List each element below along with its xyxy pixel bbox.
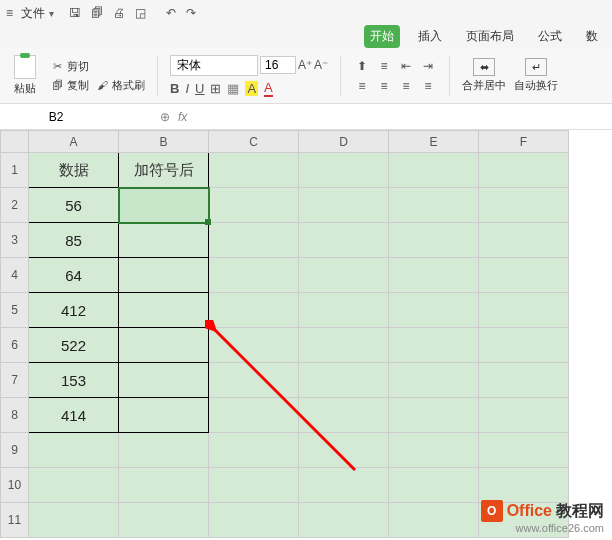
align-top-icon[interactable]: ⬆ [353, 58, 371, 74]
row-header-1[interactable]: 1 [1, 153, 29, 188]
cell-A3[interactable]: 85 [29, 223, 119, 258]
cell-E1[interactable] [389, 153, 479, 188]
cell-B5[interactable] [119, 293, 209, 328]
auto-wrap-button[interactable]: ↵ 自动换行 [514, 58, 558, 93]
row-header-11[interactable]: 11 [1, 503, 29, 538]
cell-B3[interactable] [119, 223, 209, 258]
row-header-5[interactable]: 5 [1, 293, 29, 328]
spreadsheet-area: A B C D E F 1 数据 加符号后 2 56 385 464 5412 … [0, 130, 612, 538]
cell-B1[interactable]: 加符号后 [119, 153, 209, 188]
row-header-2[interactable]: 2 [1, 188, 29, 223]
cell-B2[interactable] [119, 188, 209, 223]
underline-button[interactable]: U [195, 81, 204, 96]
font-color-button[interactable]: A [264, 80, 273, 97]
highlight-button[interactable]: A [245, 81, 258, 96]
ribbon: 粘贴 ✂剪切 🗐复制 🖌格式刷 宋体 16 A⁺ A⁻ B I U ⊞ ▦ A … [0, 48, 612, 104]
select-all-corner[interactable] [1, 131, 29, 153]
cell-B4[interactable] [119, 258, 209, 293]
ribbon-tabs: 开始 插入 页面布局 公式 数 [0, 26, 612, 48]
cell-C1[interactable] [209, 153, 299, 188]
title-bar: ≡ 文件 ▾ 🖫 🗐 🖨 ◲ ↶ ↷ [0, 0, 612, 26]
print-preview-icon[interactable]: ◲ [135, 6, 146, 20]
menu-icon[interactable]: ≡ [6, 6, 13, 20]
watermark-brand2: 教程网 [556, 501, 604, 522]
format-painter-button[interactable]: 🖌格式刷 [95, 78, 145, 93]
cell-F2[interactable] [479, 188, 569, 223]
office-logo-icon: O [481, 500, 503, 522]
cell-D2[interactable] [299, 188, 389, 223]
paste-button[interactable]: 粘贴 [8, 53, 42, 98]
row-header-3[interactable]: 3 [1, 223, 29, 258]
cut-button[interactable]: ✂剪切 [50, 59, 145, 74]
bold-button[interactable]: B [170, 81, 179, 96]
redo-icon[interactable]: ↷ [186, 6, 196, 20]
tab-formula[interactable]: 公式 [532, 25, 568, 48]
cell-D1[interactable] [299, 153, 389, 188]
watermark-url: www.office26.com [481, 522, 604, 534]
print-icon[interactable]: 🖨 [113, 6, 125, 20]
decrease-font-icon[interactable]: A⁻ [314, 58, 328, 72]
cell-B6[interactable] [119, 328, 209, 363]
cell-C2[interactable] [209, 188, 299, 223]
cell-B8[interactable] [119, 398, 209, 433]
col-header-D[interactable]: D [299, 131, 389, 153]
cell-A5[interactable]: 412 [29, 293, 119, 328]
row-header-6[interactable]: 6 [1, 328, 29, 363]
indent-increase-icon[interactable]: ⇥ [419, 58, 437, 74]
file-menu[interactable]: 文件 [21, 5, 45, 22]
increase-font-icon[interactable]: A⁺ [298, 58, 312, 72]
italic-button[interactable]: I [185, 81, 189, 96]
tab-insert[interactable]: 插入 [412, 25, 448, 48]
copy-icon: 🗐 [50, 78, 64, 92]
insert-function-icon[interactable]: ⊕ [160, 110, 170, 124]
watermark: O Office教程网 www.office26.com [481, 500, 604, 534]
col-header-E[interactable]: E [389, 131, 479, 153]
align-middle-icon[interactable]: ≡ [375, 58, 393, 74]
col-header-F[interactable]: F [479, 131, 569, 153]
indent-decrease-icon[interactable]: ⇤ [397, 58, 415, 74]
row-header-4[interactable]: 4 [1, 258, 29, 293]
row-header-8[interactable]: 8 [1, 398, 29, 433]
justify-icon[interactable]: ≡ [419, 78, 437, 94]
cell-E2[interactable] [389, 188, 479, 223]
cell-B7[interactable] [119, 363, 209, 398]
cell-A2[interactable]: 56 [29, 188, 119, 223]
align-center-icon[interactable]: ≡ [375, 78, 393, 94]
border-button[interactable]: ⊞ [210, 81, 221, 96]
undo-icon[interactable]: ↶ [166, 6, 176, 20]
alignment-group: ⬆ ≡ ⇤ ⇥ ≡ ≡ ≡ ≡ [353, 58, 437, 94]
cell-A7[interactable]: 153 [29, 363, 119, 398]
merge-center-button[interactable]: ⬌ 合并居中 [462, 58, 506, 93]
tab-layout[interactable]: 页面布局 [460, 25, 520, 48]
cell-reference-input[interactable] [6, 110, 106, 124]
cell-F1[interactable] [479, 153, 569, 188]
align-left-icon[interactable]: ≡ [353, 78, 371, 94]
row-header-10[interactable]: 10 [1, 468, 29, 503]
merge-icon: ⬌ [473, 58, 495, 76]
cell-A4[interactable]: 64 [29, 258, 119, 293]
font-name-select[interactable]: 宋体 [170, 55, 258, 76]
scissors-icon: ✂ [50, 59, 64, 73]
col-header-A[interactable]: A [29, 131, 119, 153]
cell-A6[interactable]: 522 [29, 328, 119, 363]
fx-icon[interactable]: fx [178, 110, 187, 124]
cell-A8[interactable]: 414 [29, 398, 119, 433]
copy-button[interactable]: 🗐复制 [50, 78, 89, 93]
col-header-B[interactable]: B [119, 131, 209, 153]
row-header-9[interactable]: 9 [1, 433, 29, 468]
save-as-icon[interactable]: 🗐 [91, 6, 103, 20]
dropdown-icon[interactable]: ▾ [49, 8, 54, 19]
watermark-brand1: Office [507, 502, 552, 520]
fill-color-button[interactable]: ▦ [227, 81, 239, 96]
col-header-C[interactable]: C [209, 131, 299, 153]
tab-start[interactable]: 开始 [364, 25, 400, 48]
cell-A1[interactable]: 数据 [29, 153, 119, 188]
save-icon[interactable]: 🖫 [69, 6, 81, 20]
name-box[interactable] [0, 110, 150, 124]
row-header-7[interactable]: 7 [1, 363, 29, 398]
tab-data[interactable]: 数 [580, 25, 604, 48]
formula-bar: ⊕ fx [0, 104, 612, 130]
align-right-icon[interactable]: ≡ [397, 78, 415, 94]
font-size-select[interactable]: 16 [260, 56, 296, 74]
spreadsheet-grid[interactable]: A B C D E F 1 数据 加符号后 2 56 385 464 5412 … [0, 130, 569, 538]
